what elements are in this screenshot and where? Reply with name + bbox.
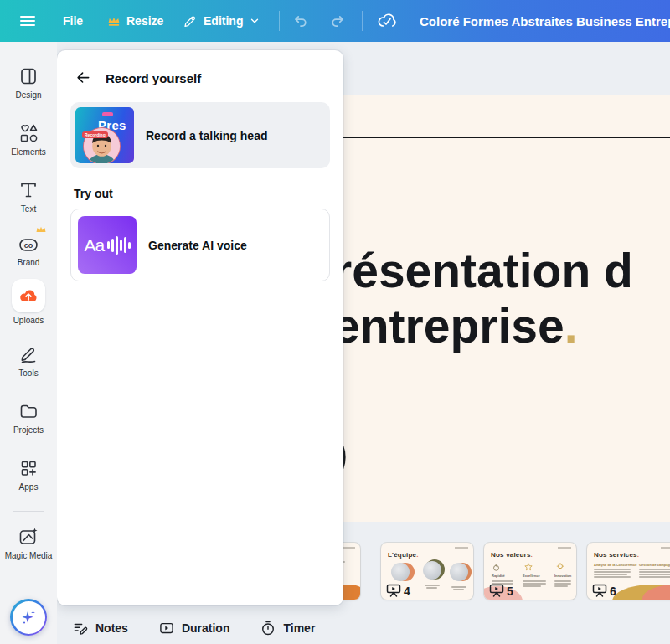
sidebar-item-elements[interactable]: Elements <box>0 122 57 157</box>
crown-icon <box>107 15 121 27</box>
thumb-meta-bar <box>455 547 468 549</box>
canva-editor: résentation d entreprise. ) L'équipe. <box>0 0 670 644</box>
uploads-cloud-icon <box>18 285 39 307</box>
sidebar-divider <box>13 511 44 512</box>
apps-grid-icon <box>18 458 39 478</box>
ai-voice-thumbnail: Aa <box>78 216 137 274</box>
cloud-check-icon <box>376 10 398 32</box>
sidebar-item-design[interactable]: Design <box>0 65 57 100</box>
sidebar-label: Uploads <box>13 316 44 325</box>
main-menu-button[interactable] <box>18 0 37 42</box>
page-number: 6 <box>610 585 616 597</box>
heading-line-2: entreprise <box>333 299 564 353</box>
thumb-meta-bar <box>661 547 670 549</box>
sidebar-label: Elements <box>11 147 46 157</box>
notes-button[interactable]: Notes <box>72 620 128 636</box>
timer-label: Timer <box>283 621 315 635</box>
redo-icon <box>328 12 347 30</box>
projects-folder-icon <box>18 401 39 421</box>
svg-text:co: co <box>24 241 34 250</box>
back-arrow-icon <box>75 70 91 86</box>
cloud-save-status-button[interactable] <box>376 0 398 42</box>
star-icon <box>524 563 533 571</box>
slide-thumbnail-6[interactable]: Nos services. Analyse de la Concurrence … <box>587 543 670 600</box>
canva-assistant-button[interactable] <box>10 599 47 636</box>
present-screen-icon <box>386 584 401 597</box>
slide-heading[interactable]: résentation d entreprise. <box>333 243 670 353</box>
redo-button[interactable] <box>328 0 347 42</box>
sidebar-label: Projects <box>13 425 44 435</box>
brand-icon: co <box>18 234 39 254</box>
crown-icon <box>35 225 47 234</box>
timer-icon <box>260 620 276 636</box>
present-screen-icon <box>592 584 607 597</box>
undo-icon <box>291 12 310 30</box>
text-icon <box>18 180 39 200</box>
page-indicator-6: 6 <box>592 584 616 597</box>
heading-accent-dot: . <box>564 299 578 353</box>
top-toolbar: File Resize Editing <box>0 0 670 42</box>
speed-icon <box>492 564 500 571</box>
pencil-icon <box>183 13 198 28</box>
timer-button[interactable]: Timer <box>260 620 315 636</box>
chevron-down-icon <box>249 15 260 27</box>
page-indicator-5: 5 <box>489 584 513 597</box>
thumb-title: Nos valeurs <box>491 551 531 559</box>
panel-header: Record yourself <box>57 50 343 99</box>
notes-label: Notes <box>95 621 128 635</box>
sidebar-item-projects[interactable]: Projects <box>0 400 57 435</box>
talking-head-thumbnail: Pres tle s Recording <box>75 107 134 163</box>
elements-icon <box>18 122 39 144</box>
sidebar-item-apps[interactable]: Apps <box>0 457 57 492</box>
soundwave-icon <box>107 236 131 255</box>
sidebar-item-text[interactable]: Text <box>0 179 57 214</box>
left-sidebar: Design Elements Text <box>0 42 57 644</box>
thumb-title: L'équipe <box>388 551 416 559</box>
hamburger-icon <box>18 12 37 30</box>
value-label: Innovation <box>554 574 571 578</box>
thumb-pink-badge <box>102 112 113 116</box>
service-label: Analyse de la Concurrence <box>594 563 636 567</box>
toolbar-divider <box>362 11 363 31</box>
record-talking-head-item[interactable]: Pres tle s Recording Record a talking he <box>70 102 330 168</box>
file-label: File <box>63 14 83 28</box>
resize-label: Resize <box>126 14 163 28</box>
back-button[interactable] <box>74 69 92 87</box>
sidebar-item-magic-media[interactable]: Magic Media <box>0 526 57 560</box>
record-yourself-panel: Record yourself Pres tle s Recording <box>57 50 343 605</box>
page-number: 4 <box>404 585 410 597</box>
sidebar-label: Magic Media <box>5 551 53 560</box>
thumb-meta-bar <box>342 547 355 549</box>
sidebar-label: Text <box>21 204 36 214</box>
present-screen-icon <box>489 584 504 597</box>
sidebar-label: Apps <box>19 482 39 492</box>
recording-badge: Recording <box>82 131 108 138</box>
heading-line-1: résentation d <box>333 244 633 297</box>
sidebar-label: Tools <box>18 368 38 378</box>
sidebar-item-uploads[interactable]: Uploads <box>0 279 57 325</box>
sidebar-item-brand[interactable]: co Brand <box>0 233 57 267</box>
slide-divider-line <box>332 137 670 138</box>
document-title[interactable]: Coloré Formes Abstraites Business Entrep… <box>420 0 670 42</box>
thumb-text: Aa <box>84 235 104 255</box>
design-icon <box>18 66 39 86</box>
value-label: Excellence <box>523 574 540 578</box>
duration-icon <box>158 620 175 636</box>
editing-mode-dropdown[interactable]: Editing <box>183 0 260 42</box>
lightbulb-icon <box>556 563 564 571</box>
active-item-tile <box>12 279 45 312</box>
record-talking-head-label: Record a talking head <box>146 129 267 142</box>
slide-thumbnail-5[interactable]: Nos valeurs. Rapidité Excellence Innovat… <box>484 543 576 600</box>
undo-button[interactable] <box>291 0 310 42</box>
slide-thumbnail-4[interactable]: L'équipe. 4 <box>381 543 473 600</box>
service-label: Gestion de campagnes <box>639 563 670 567</box>
resize-button[interactable]: Resize <box>107 0 163 42</box>
toolbar-divider <box>279 11 280 31</box>
generate-ai-voice-item[interactable]: Aa Generate AI voice <box>70 209 330 281</box>
sparkle-icon <box>18 607 39 627</box>
notes-icon <box>72 620 89 636</box>
file-menu-button[interactable]: File <box>63 0 83 42</box>
bottom-toolbar: Notes Duration Timer <box>57 611 670 644</box>
sidebar-item-tools[interactable]: Tools <box>0 343 57 378</box>
duration-button[interactable]: Duration <box>158 620 230 636</box>
